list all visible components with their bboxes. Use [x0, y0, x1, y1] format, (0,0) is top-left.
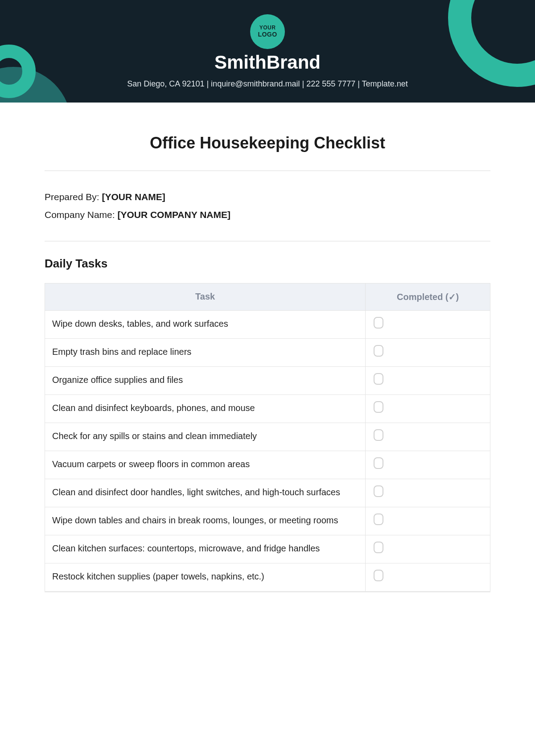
- task-cell: Organize office supplies and files: [45, 366, 366, 394]
- logo-badge: YOUR LOGO: [250, 14, 285, 49]
- completed-cell: [366, 563, 490, 591]
- prepared-by-row: Prepared By: [YOUR NAME]: [45, 188, 490, 206]
- checkbox-icon[interactable]: [374, 570, 383, 581]
- completed-cell: [366, 507, 490, 535]
- table-row: Check for any spills or stains and clean…: [45, 423, 490, 451]
- page-header: YOUR LOGO SmithBrand San Diego, CA 92101…: [0, 0, 535, 103]
- table-row: Restock kitchen supplies (paper towels, …: [45, 563, 490, 591]
- checkbox-icon[interactable]: [374, 457, 383, 469]
- task-cell: Restock kitchen supplies (paper towels, …: [45, 563, 366, 591]
- checkbox-icon[interactable]: [374, 429, 383, 441]
- completed-cell: [366, 479, 490, 507]
- completed-cell: [366, 394, 490, 423]
- decor-ring-top-right: [448, 0, 535, 87]
- table-row: Vacuum carpets or sweep floors in common…: [45, 451, 490, 479]
- brand-title: SmithBrand: [214, 52, 321, 73]
- task-cell: Clean and disinfect keyboards, phones, a…: [45, 394, 366, 423]
- completed-cell: [366, 423, 490, 451]
- divider: [45, 241, 490, 242]
- checkbox-icon[interactable]: [374, 345, 383, 357]
- table-row: Wipe down desks, tables, and work surfac…: [45, 310, 490, 338]
- prepared-by-label: Prepared By:: [45, 192, 102, 202]
- checkbox-icon[interactable]: [374, 373, 383, 385]
- table-row: Wipe down tables and chairs in break roo…: [45, 507, 490, 535]
- column-header-task: Task: [45, 283, 366, 310]
- completed-cell: [366, 535, 490, 563]
- completed-cell: [366, 451, 490, 479]
- checkbox-icon[interactable]: [374, 401, 383, 413]
- divider: [45, 592, 490, 592]
- company-value: [YOUR COMPANY NAME]: [117, 210, 230, 220]
- column-header-completed: Completed (✓): [366, 283, 490, 310]
- contact-line: San Diego, CA 92101 | inquire@smithbrand…: [127, 79, 407, 89]
- task-cell: Wipe down desks, tables, and work surfac…: [45, 310, 366, 338]
- task-cell: Clean kitchen surfaces: countertops, mic…: [45, 535, 366, 563]
- task-cell: Empty trash bins and replace liners: [45, 338, 366, 366]
- table-row: Organize office supplies and files: [45, 366, 490, 394]
- completed-cell: [366, 338, 490, 366]
- table-row: Clean and disinfect door handles, light …: [45, 479, 490, 507]
- task-cell: Clean and disinfect door handles, light …: [45, 479, 366, 507]
- completed-cell: [366, 310, 490, 338]
- company-label: Company Name:: [45, 210, 117, 220]
- page-title: Office Housekeeping Checklist: [45, 134, 490, 152]
- page-content: Office Housekeeping Checklist Prepared B…: [0, 103, 535, 610]
- daily-tasks-table: Task Completed (✓) Wipe down desks, tabl…: [45, 283, 490, 592]
- table-row: Clean kitchen surfaces: countertops, mic…: [45, 535, 490, 563]
- company-row: Company Name: [YOUR COMPANY NAME]: [45, 206, 490, 224]
- task-cell: Check for any spills or stains and clean…: [45, 423, 366, 451]
- task-cell: Vacuum carpets or sweep floors in common…: [45, 451, 366, 479]
- table-row: Empty trash bins and replace liners: [45, 338, 490, 366]
- logo-text-line1: YOUR: [259, 25, 276, 31]
- checkbox-icon[interactable]: [374, 542, 383, 553]
- task-cell: Wipe down tables and chairs in break roo…: [45, 507, 366, 535]
- completed-cell: [366, 366, 490, 394]
- table-row: Clean and disinfect keyboards, phones, a…: [45, 394, 490, 423]
- section-heading-daily: Daily Tasks: [45, 257, 490, 271]
- meta-block: Prepared By: [YOUR NAME] Company Name: […: [45, 171, 490, 241]
- checkbox-icon[interactable]: [374, 514, 383, 525]
- checkbox-icon[interactable]: [374, 317, 383, 329]
- checkbox-icon[interactable]: [374, 485, 383, 497]
- logo-text-line2: LOGO: [258, 31, 277, 38]
- prepared-by-value: [YOUR NAME]: [102, 192, 165, 202]
